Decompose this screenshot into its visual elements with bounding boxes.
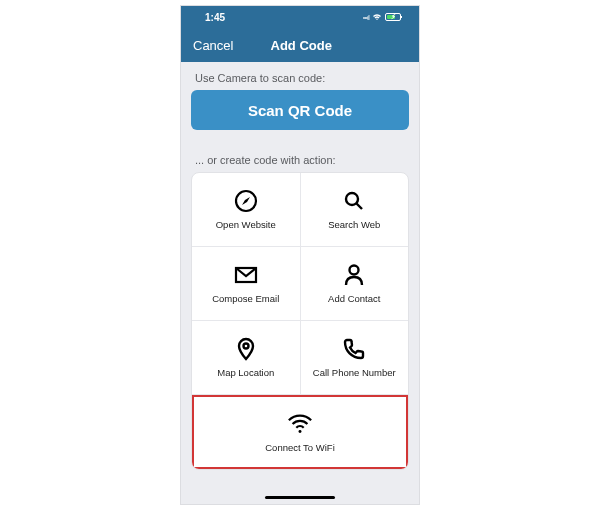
scan-qr-button[interactable]: Scan QR Code [191, 90, 409, 130]
search-icon [341, 188, 367, 214]
content-area: Use Camera to scan code: Scan QR Code ..… [181, 62, 419, 504]
nav-bar: Cancel Add Code [181, 28, 419, 62]
status-time: 1:45 [205, 12, 225, 23]
tile-label: Search Web [328, 220, 380, 230]
search-web-tile[interactable]: Search Web [300, 173, 409, 246]
scan-section-label: Use Camera to scan code: [191, 62, 409, 90]
tile-label: Compose Email [212, 294, 279, 304]
tile-label: Map Location [217, 368, 274, 378]
open-website-tile[interactable]: Open Website [192, 173, 300, 246]
svg-point-4 [350, 266, 359, 275]
svg-line-2 [357, 204, 363, 210]
signal-icon: •••ıl [363, 14, 369, 21]
compose-email-tile[interactable]: Compose Email [192, 247, 300, 320]
person-icon [341, 262, 367, 288]
add-contact-tile[interactable]: Add Contact [300, 247, 409, 320]
tile-label: Add Contact [328, 294, 380, 304]
phone-frame: 1:45 •••ıl ⚡︎ Cancel Add Code Use Camera… [180, 5, 420, 505]
tile-label: Open Website [216, 220, 276, 230]
battery-icon: ⚡︎ [385, 13, 401, 21]
create-section-label: ... or create code with action: [191, 144, 409, 172]
status-bar: 1:45 •••ıl ⚡︎ [181, 6, 419, 28]
page-title: Add Code [195, 38, 407, 53]
map-location-tile[interactable]: Map Location [192, 321, 300, 394]
wifi-status-icon [372, 13, 382, 21]
location-pin-icon [233, 336, 259, 362]
connect-wifi-tile[interactable]: Connect To WiFi [192, 395, 408, 469]
svg-point-5 [243, 344, 248, 349]
tile-label: Connect To WiFi [265, 443, 335, 453]
wifi-icon [287, 411, 313, 437]
phone-icon [341, 336, 367, 362]
tile-label: Call Phone Number [313, 368, 396, 378]
compass-icon [233, 188, 259, 214]
svg-point-6 [299, 430, 302, 433]
action-grid: Open Website Search Web [191, 172, 409, 470]
call-phone-tile[interactable]: Call Phone Number [300, 321, 409, 394]
envelope-icon [233, 262, 259, 288]
svg-point-1 [346, 193, 358, 205]
status-right: •••ıl ⚡︎ [363, 13, 401, 21]
home-indicator[interactable] [265, 496, 335, 499]
